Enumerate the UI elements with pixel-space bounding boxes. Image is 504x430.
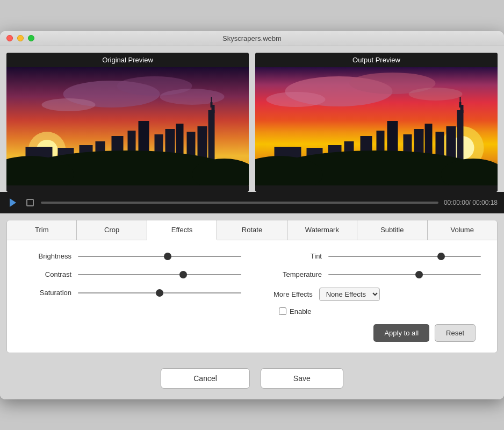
saturation-label: Saturation: [23, 289, 71, 297]
svg-point-6: [42, 98, 96, 111]
more-effects-select[interactable]: None Effects Grayscale Sepia Blur Sharpe…: [319, 288, 380, 301]
apply-to-all-button[interactable]: Apply to all: [373, 324, 429, 342]
svg-point-32: [409, 88, 463, 101]
window-controls: [6, 35, 34, 41]
left-column: Brightness Contrast Satura: [23, 251, 241, 316]
right-column: Tint Temperature More Effe: [263, 251, 481, 316]
saturation-row: Saturation: [23, 288, 241, 298]
stop-icon: [26, 199, 34, 206]
reset-button[interactable]: Reset: [435, 324, 476, 342]
output-preview-bar: [255, 185, 498, 192]
stop-button[interactable]: [25, 197, 35, 208]
original-preview-panel: Original Preview: [6, 53, 249, 192]
tab-volume[interactable]: Volume: [428, 220, 497, 240]
temperature-label: Temperature: [273, 270, 322, 278]
enable-checkbox[interactable]: [279, 307, 286, 315]
save-button[interactable]: Save: [261, 368, 343, 389]
tab-effects[interactable]: Effects: [147, 220, 217, 240]
output-preview-image: [255, 67, 498, 185]
time-display: 00:00:00/ 00:00:18: [444, 199, 498, 206]
tabs-header: Trim Crop Effects Rotate Watermark Subti…: [7, 220, 497, 240]
svg-point-5: [160, 89, 225, 105]
temperature-slider[interactable]: [328, 274, 481, 275]
svg-marker-52: [10, 198, 16, 207]
preview-area: Original Preview: [0, 46, 504, 192]
enable-label: Enable: [290, 307, 311, 316]
brightness-row: Brightness: [23, 251, 241, 262]
brightness-slider[interactable]: [78, 256, 241, 257]
saturation-slider-wrapper: [78, 288, 241, 298]
tint-slider-wrapper: [328, 251, 481, 262]
more-effects-label: More Effects: [273, 290, 313, 298]
maximize-button[interactable]: [28, 35, 34, 41]
original-preview-image: [6, 67, 249, 185]
bottom-buttons: Cancel Save: [0, 360, 504, 399]
enable-row: Enable: [273, 307, 481, 316]
tint-slider[interactable]: [328, 256, 481, 257]
contrast-row: Contrast: [23, 269, 241, 280]
action-buttons-row: Apply to all Reset: [23, 324, 481, 342]
tabs-section: Trim Crop Effects Rotate Watermark Subti…: [6, 220, 498, 353]
brightness-label: Brightness: [23, 252, 71, 260]
original-preview-label: Original Preview: [6, 53, 249, 67]
saturation-slider[interactable]: [78, 292, 241, 293]
output-preview-label: Output Preview: [255, 53, 498, 67]
main-content: Original Preview: [0, 46, 504, 399]
contrast-slider-wrapper: [78, 269, 241, 280]
controls-bar: 00:00:00/ 00:00:18: [0, 192, 504, 213]
minimize-button[interactable]: [17, 35, 24, 41]
tint-row: Tint: [273, 251, 481, 262]
original-preview-bar: [6, 185, 249, 192]
close-button[interactable]: [6, 35, 13, 41]
contrast-slider[interactable]: [78, 274, 241, 275]
tab-watermark[interactable]: Watermark: [287, 220, 357, 240]
tab-subtitle[interactable]: Subtitle: [357, 220, 427, 240]
cancel-button[interactable]: Cancel: [161, 368, 250, 389]
tab-crop[interactable]: Crop: [77, 220, 147, 240]
app-window: Skyscrapers.webm Original Preview: [0, 31, 504, 399]
effects-grid: Brightness Contrast Satura: [23, 251, 481, 316]
tab-trim[interactable]: Trim: [7, 220, 77, 240]
progress-bar[interactable]: [41, 202, 438, 204]
more-effects-row: More Effects None Effects Grayscale Sepi…: [273, 288, 481, 301]
temperature-slider-wrapper: [328, 269, 481, 280]
svg-rect-36: [460, 97, 461, 103]
svg-point-31: [267, 92, 326, 107]
tab-rotate[interactable]: Rotate: [217, 220, 287, 240]
output-preview-panel: Output Preview: [255, 53, 498, 192]
title-bar: Skyscrapers.webm: [0, 31, 504, 46]
brightness-slider-wrapper: [78, 251, 241, 262]
temperature-row: Temperature: [273, 269, 481, 280]
contrast-label: Contrast: [23, 270, 71, 278]
effects-panel: Brightness Contrast Satura: [7, 240, 497, 353]
svg-rect-10: [211, 97, 212, 103]
play-button[interactable]: [6, 196, 19, 209]
tint-label: Tint: [273, 252, 322, 260]
window-title: Skyscrapers.webm: [222, 34, 282, 42]
